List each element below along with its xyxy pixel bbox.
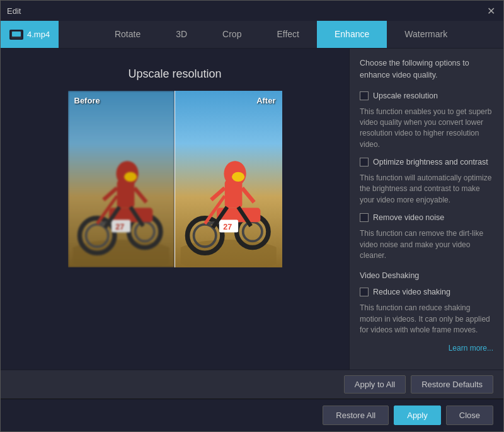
svg-point-34 [232, 172, 244, 182]
bottom-bar: Restore All Apply Close [1, 399, 503, 431]
noise-checkbox[interactable] [360, 213, 369, 222]
tab-3d[interactable]: 3D [158, 21, 205, 48]
svg-text:27: 27 [223, 223, 232, 231]
preview-title: Upscale resolution [128, 67, 221, 81]
apply-to-all-button[interactable]: Apply to All [344, 375, 406, 394]
upscale-checkbox[interactable] [360, 91, 369, 100]
tab-effect[interactable]: Effect [259, 21, 317, 48]
noise-desc: This function can remove the dirt-like v… [360, 228, 493, 261]
main-content: Upscale resolution Before [1, 49, 503, 370]
file-tab[interactable]: 4.mp4 [1, 21, 59, 48]
tab-bar: 4.mp4 Rotate 3D Crop Effect Enhance Wate… [1, 21, 503, 49]
action-row: Apply to All Restore Defaults [1, 370, 503, 399]
deshaking-label: Reduce video shaking [373, 288, 450, 296]
deshaking-checkbox[interactable] [360, 288, 369, 296]
after-panel: After [175, 91, 282, 267]
tab-watermark[interactable]: Watermark [387, 21, 465, 48]
before-after-container: Before [68, 91, 282, 267]
nav-tabs: Rotate 3D Crop Effect Enhance Watermark [59, 21, 503, 48]
before-label: Before [74, 96, 100, 105]
brightness-label: Optimize brightness and contrast [373, 158, 488, 166]
svg-rect-1 [12, 32, 21, 37]
after-image: 27 [175, 91, 282, 267]
tab-enhance[interactable]: Enhance [317, 21, 387, 48]
before-image: 27 [68, 91, 175, 267]
edit-window: Edit ✕ 4.mp4 Rotate 3D Crop Effect Enhan… [0, 0, 504, 432]
preview-area: Upscale resolution Before [1, 49, 349, 370]
before-panel: Before [68, 91, 176, 267]
close-icon[interactable]: ✕ [484, 4, 497, 17]
upscale-option-row: Upscale resolution [360, 91, 493, 100]
file-icon [9, 30, 23, 40]
brightness-desc: This function will automatically optimiz… [360, 173, 493, 206]
settings-panel: Choose the following options to enhance … [349, 49, 503, 370]
after-label: After [256, 96, 275, 105]
apply-button[interactable]: Apply [394, 406, 441, 425]
upscale-label: Upscale resolution [373, 91, 438, 100]
window-title: Edit [7, 6, 21, 16]
restore-all-button[interactable]: Restore All [323, 406, 389, 425]
deshaking-option-row: Reduce video shaking [360, 288, 493, 296]
svg-text:27: 27 [115, 223, 124, 231]
title-bar: Edit ✕ [1, 1, 503, 21]
noise-label: Remove video noise [373, 213, 444, 222]
restore-defaults-button[interactable]: Restore Defaults [411, 375, 493, 394]
tab-crop[interactable]: Crop [205, 21, 259, 48]
svg-point-16 [124, 172, 137, 182]
deshaking-desc: This function can reduce shaking motion … [360, 303, 493, 336]
noise-option-row: Remove video noise [360, 213, 493, 222]
svg-line-36 [242, 188, 254, 202]
tab-rotate[interactable]: Rotate [97, 21, 158, 48]
upscale-desc: This function enables you to get superb … [360, 107, 493, 151]
close-button[interactable]: Close [446, 406, 493, 425]
settings-intro: Choose the following options to enhance … [360, 57, 493, 81]
brightness-checkbox[interactable] [360, 158, 369, 166]
learn-more-link[interactable]: Learn more... [360, 344, 493, 353]
file-tab-name: 4.mp4 [27, 30, 50, 39]
brightness-option-row: Optimize brightness and contrast [360, 158, 493, 166]
deshaking-section-label: Video Deshaking [360, 271, 493, 280]
